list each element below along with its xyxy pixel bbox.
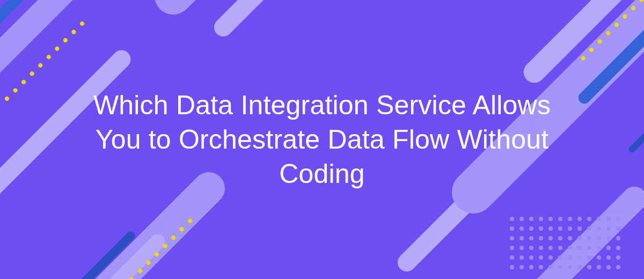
hero-banner: Which Data Integration Service Allows Yo… — [0, 0, 644, 279]
banner-title: Which Data Integration Service Allows Yo… — [75, 88, 569, 191]
title-container: Which Data Integration Service Allows Yo… — [0, 0, 644, 279]
